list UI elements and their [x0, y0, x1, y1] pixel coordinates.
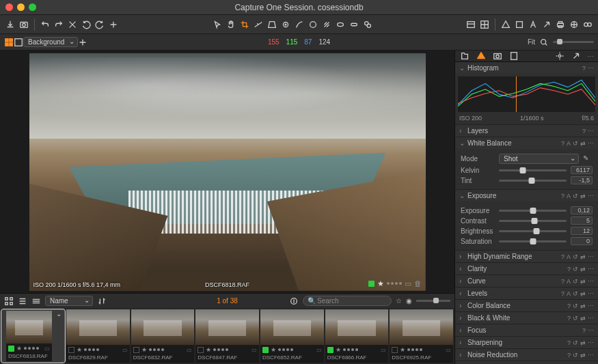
hand-icon[interactable] [225, 18, 237, 31]
wb-header[interactable]: ⌄ White Balance ?A↺⇄⋯ [455, 137, 598, 149]
close-window[interactable] [5, 3, 13, 11]
tint-value[interactable]: -1,5 [571, 176, 593, 184]
star-icon[interactable]: ★ [206, 346, 211, 353]
import-icon[interactable] [4, 18, 16, 31]
color-filter-icon[interactable]: ◉ [406, 297, 412, 305]
before-after-icon[interactable] [582, 18, 594, 31]
star-icon[interactable]: ★ [77, 346, 82, 353]
trash-icon[interactable]: 🗑 [414, 279, 422, 288]
panel-header[interactable]: ›Curve?A↺⇄⋯ [455, 275, 598, 287]
color-tag-green[interactable] [262, 347, 269, 353]
star-icon[interactable]: ★ [16, 345, 22, 352]
zoom-window[interactable] [29, 3, 36, 11]
rotate-left-icon[interactable] [80, 18, 92, 31]
exposure-value[interactable]: 0,12 [571, 206, 593, 214]
crop-icon[interactable] [239, 18, 251, 31]
straighten-icon[interactable] [252, 18, 264, 31]
tint-slider[interactable] [499, 180, 567, 182]
layer-select[interactable]: Background [23, 37, 78, 47]
undo-icon[interactable] [39, 18, 51, 31]
sort-select[interactable]: Name [45, 296, 93, 306]
viewer[interactable]: ISO 200 1/1600 s f/5.6 17,4 mm DSCF6818.… [0, 51, 454, 293]
redo-icon[interactable] [53, 18, 65, 31]
histogram-header[interactable]: ⌄ Histogram ?⋯ [455, 62, 598, 74]
spot-icon[interactable] [280, 18, 292, 31]
rotate-right-icon[interactable] [94, 18, 106, 31]
panel-header[interactable]: ›Clarity?↺⇄⋯ [455, 263, 598, 275]
thumb-size-slider[interactable] [416, 300, 450, 302]
mask-draw-icon[interactable] [293, 18, 305, 31]
color-tag-empty[interactable] [198, 347, 204, 353]
sort-dir-icon[interactable] [97, 295, 107, 307]
thumbnail[interactable]: ★▭DSCF6925.RAF [390, 309, 453, 363]
print-icon[interactable] [554, 18, 567, 31]
thumbnail[interactable]: ★▭DSCF6829.RAF [66, 309, 130, 363]
brightness-value[interactable]: 12 [571, 227, 593, 235]
panel-header[interactable]: ›Black & White?↺⇄⋯ [455, 312, 598, 324]
reset-icon[interactable] [66, 18, 79, 31]
saturation-slider[interactable] [499, 240, 567, 242]
brightness-slider[interactable] [499, 230, 567, 232]
metadata-tab-icon[interactable] [508, 51, 519, 61]
grid-view-icon[interactable] [4, 38, 14, 47]
thumbnail[interactable]: ★▭DSCF6832.RAF [131, 309, 195, 363]
kelvin-value[interactable]: 6117 [571, 166, 593, 174]
cursor-tools-icon[interactable] [107, 18, 120, 31]
tab-menu-icon[interactable]: ⋯ [587, 53, 594, 60]
grid-icon[interactable] [478, 18, 491, 31]
thumbnail[interactable]: ★▭DSCF6866.RAF [325, 309, 389, 363]
color-tag-empty[interactable] [133, 347, 139, 353]
layers-header[interactable]: › Layers ?⋯ [455, 125, 598, 137]
arrow-up-icon[interactable] [541, 18, 553, 31]
eyedropper-icon[interactable]: ✎ [583, 154, 593, 164]
exposure-slider[interactable] [499, 210, 567, 212]
saturation-value[interactable]: 0 [571, 237, 593, 245]
edit-with-icon[interactable] [568, 18, 580, 31]
filter-icon[interactable] [289, 295, 299, 307]
menu-icon[interactable]: ⋯ [588, 65, 594, 72]
wb-mode-select[interactable]: Shot [499, 154, 579, 164]
preview-image[interactable]: ISO 200 1/1600 s f/5.6 17,4 mm DSCF6818.… [29, 53, 426, 291]
capture-icon[interactable] [18, 18, 30, 31]
panel-header[interactable]: ›Focus?⋯ [455, 324, 598, 336]
color-tag-empty[interactable] [68, 347, 74, 353]
radial-mask-icon[interactable] [334, 18, 346, 31]
warning-icon[interactable] [500, 18, 512, 31]
color-tag-green[interactable] [368, 281, 375, 287]
settings-tab-icon[interactable] [554, 51, 565, 61]
contrast-slider[interactable] [499, 220, 567, 222]
zoom-icon[interactable] [539, 38, 549, 47]
focus-mask-icon[interactable] [513, 18, 526, 31]
minimize-window[interactable] [17, 3, 25, 11]
star-icon[interactable]: ★ [141, 346, 147, 353]
exposure-header[interactable]: ⌄ Exposure ?A↺⇄⋯ [455, 190, 598, 201]
thumbnail[interactable]: ★▭DSCF6818.RAF [1, 309, 65, 363]
help-icon[interactable]: ? [582, 65, 586, 72]
search-input[interactable]: 🔍Search [303, 296, 392, 306]
browser-list-icon[interactable] [18, 295, 27, 307]
export-tab-icon[interactable] [571, 51, 582, 61]
preview-overlay-icon[interactable] [465, 18, 477, 31]
annotation-icon[interactable] [527, 18, 539, 31]
single-view-icon[interactable] [14, 38, 23, 47]
color-tag-green[interactable] [8, 346, 14, 352]
thumbnail[interactable]: ★▭DSCF6852.RAF [260, 309, 324, 363]
contrast-value[interactable]: 5 [571, 216, 593, 225]
panel-header[interactable]: ›High Dynamic Range?A↺⇄⋯ [455, 251, 598, 262]
panel-header[interactable]: ›Color Balance?↺⇄⋯ [455, 300, 598, 311]
panel-header[interactable]: ›Levels?A↺⇄⋯ [455, 288, 598, 299]
color-tag-green[interactable] [327, 347, 334, 353]
heal-icon[interactable] [348, 18, 360, 31]
zoom-slider[interactable] [553, 41, 594, 43]
browser-grid-icon[interactable] [4, 295, 14, 307]
panel-header[interactable]: ›Sharpening?↺⇄⋯ [455, 337, 598, 348]
star-icon[interactable]: ★ [377, 279, 384, 288]
library-tab-icon[interactable] [459, 51, 470, 61]
gradient-mask-icon[interactable] [321, 18, 333, 31]
panel-header[interactable]: ›Lens Correction?↺⇄⋯ [455, 361, 598, 364]
star-icon[interactable]: ★ [271, 346, 276, 353]
browser-filmstrip-icon[interactable] [31, 295, 41, 307]
clone-icon[interactable] [362, 18, 374, 31]
add-layer-icon[interactable] [78, 38, 87, 47]
kelvin-slider[interactable] [499, 169, 567, 171]
